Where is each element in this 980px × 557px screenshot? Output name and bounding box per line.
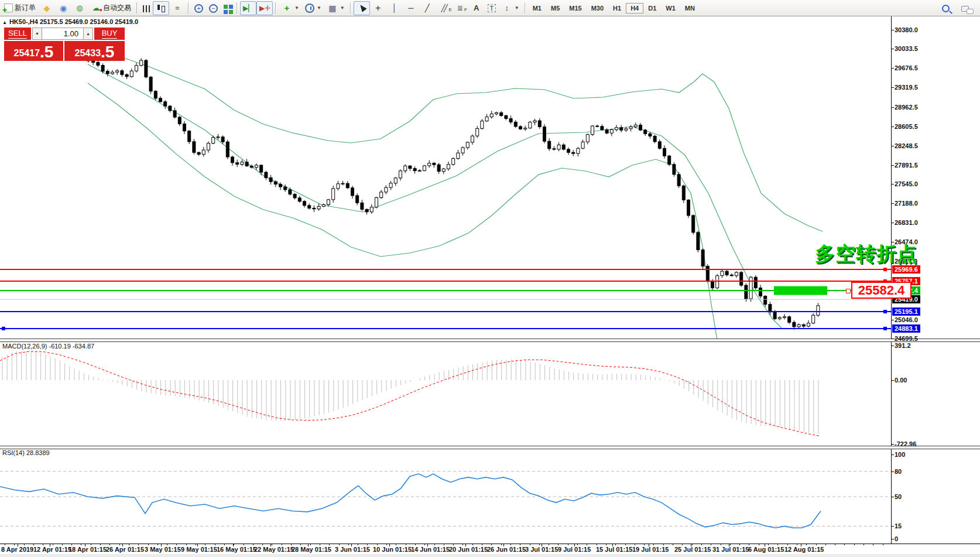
signals-button[interactable]: ◍ bbox=[71, 1, 88, 15]
candle-body bbox=[394, 178, 397, 183]
volume-value[interactable]: 1.00 bbox=[42, 28, 83, 40]
time-axis-tick bbox=[574, 544, 575, 546]
buy-price-main: 25433 bbox=[75, 47, 101, 60]
zoom-in-button[interactable]: + bbox=[191, 1, 206, 15]
time-axis-tick bbox=[197, 544, 198, 546]
price-axis-tick bbox=[891, 49, 894, 49]
channel-button[interactable]: ╱╱ bbox=[436, 1, 452, 15]
candle-body bbox=[250, 166, 253, 167]
volume-increase-button[interactable]: ▲ bbox=[83, 28, 93, 40]
rsi-axis-tick bbox=[891, 526, 894, 527]
candle-body bbox=[97, 62, 100, 65]
crosshair-button[interactable]: + bbox=[370, 1, 386, 15]
level-handle[interactable] bbox=[883, 268, 887, 271]
time-axis-minor-tick bbox=[14, 544, 15, 545]
candle-body bbox=[303, 201, 306, 206]
candle-body bbox=[322, 204, 325, 206]
candle-body bbox=[308, 206, 311, 209]
trade-panel-prices: 25417 .5 25433 .5 bbox=[4, 41, 125, 61]
new-order-button[interactable]: 新订单 bbox=[1, 1, 39, 15]
favorites-button[interactable]: ◆ bbox=[39, 1, 55, 15]
candle-body bbox=[706, 266, 709, 281]
fibonacci-button[interactable]: ≣ bbox=[452, 1, 468, 15]
timeframe-button-mn[interactable]: MN bbox=[680, 3, 700, 13]
level-handle[interactable] bbox=[2, 327, 5, 330]
panel-collapse-icon[interactable]: ▲ bbox=[2, 20, 7, 25]
time-axis-label: 8 Apr 2019 bbox=[1, 546, 33, 553]
candle-body bbox=[509, 118, 512, 122]
main-pane[interactable] bbox=[87, 46, 823, 340]
trendline-button[interactable]: ╱ bbox=[419, 1, 436, 15]
level-handle[interactable] bbox=[883, 310, 887, 313]
level-handle[interactable] bbox=[883, 327, 887, 330]
timeframe-button-m15[interactable]: M15 bbox=[564, 3, 586, 13]
buy-price[interactable]: 25433 .5 bbox=[64, 41, 125, 61]
macd-pane-separator[interactable] bbox=[0, 339, 980, 342]
sell-button[interactable]: SELL bbox=[4, 28, 31, 40]
time-axis-minor-tick bbox=[339, 544, 340, 545]
candle-body bbox=[802, 324, 805, 326]
timeframe-button-m5[interactable]: M5 bbox=[546, 3, 564, 13]
periods-button[interactable]: ▼ bbox=[302, 1, 324, 15]
auto-scroll-button[interactable]: ▶▏ bbox=[240, 1, 256, 15]
candle-body bbox=[236, 163, 239, 165]
time-axis-minor-tick bbox=[673, 544, 673, 545]
zoom-out-button[interactable]: − bbox=[206, 1, 221, 15]
time-axis-minor-tick bbox=[711, 544, 711, 545]
price-axis-label: 28248.5 bbox=[895, 142, 918, 149]
auto-trading-button[interactable]: ☁ 自动交易 bbox=[88, 1, 134, 15]
rsi-pane[interactable] bbox=[0, 471, 891, 528]
arrows-button[interactable]: ↕▼ bbox=[499, 1, 522, 15]
chat-button[interactable] bbox=[958, 1, 972, 15]
chart-plot[interactable] bbox=[0, 0, 980, 557]
time-axis-minor-tick bbox=[310, 544, 311, 545]
indicators-button[interactable]: +▼ bbox=[279, 1, 302, 15]
time-axis-minor-tick bbox=[462, 544, 463, 545]
horizontal-line-button[interactable]: ─ bbox=[403, 1, 419, 15]
cursor-button[interactable] bbox=[354, 1, 370, 15]
timeframe-button-m30[interactable]: M30 bbox=[587, 3, 608, 13]
tile-windows-button[interactable] bbox=[221, 1, 234, 15]
bollinger-middle-band bbox=[88, 64, 782, 328]
templates-button[interactable]: ▦▼ bbox=[324, 1, 348, 15]
chart-title-text: HK50-,H4 25175.5 25469.0 25146.0 25419.0 bbox=[9, 18, 138, 25]
time-axis-minor-tick bbox=[539, 544, 540, 545]
time-axis-label: 26 Jun 01:15 bbox=[487, 546, 526, 553]
callout-anchor-handle[interactable] bbox=[846, 289, 851, 293]
timeframe-button-h4[interactable]: H4 bbox=[626, 3, 643, 13]
macd-pane[interactable] bbox=[0, 351, 821, 436]
candlestick-button[interactable] bbox=[153, 1, 169, 15]
search-button[interactable] bbox=[939, 1, 952, 15]
buy-button[interactable]: BUY bbox=[94, 28, 125, 40]
line-chart-button[interactable]: ≈ bbox=[169, 1, 186, 15]
timeframe-button-d1[interactable]: D1 bbox=[643, 3, 661, 13]
price-level-badge[interactable]: 24883.1 bbox=[892, 324, 920, 333]
vertical-line-button[interactable]: │ bbox=[386, 1, 403, 15]
rsi-pane-separator[interactable] bbox=[0, 446, 980, 449]
publisher-button[interactable]: ◉ bbox=[55, 1, 71, 15]
candle-body bbox=[265, 172, 268, 177]
sell-price[interactable]: 25417 .5 bbox=[4, 41, 63, 61]
price-level-badge[interactable]: 25195.1 bbox=[892, 307, 920, 316]
time-axis-minor-tick bbox=[501, 544, 502, 545]
turning-point-annotation[interactable]: 多空转折点 bbox=[815, 241, 917, 268]
bar-chart-button[interactable] bbox=[140, 1, 153, 15]
timeframe-button-h1[interactable]: H1 bbox=[608, 3, 626, 13]
time-axis-minor-tick bbox=[33, 544, 34, 545]
chart-shift-button[interactable]: ▶✛ bbox=[256, 1, 273, 15]
green-highlight-rect[interactable] bbox=[774, 286, 827, 295]
time-axis-minor-tick bbox=[176, 544, 177, 545]
time-axis-label: 16 May 01:15 bbox=[217, 546, 256, 553]
time-axis-minor-tick bbox=[587, 544, 587, 545]
time-axis-minor-tick bbox=[721, 544, 721, 545]
price-level-callout[interactable]: 25582.4 bbox=[851, 282, 912, 299]
rsi-axis-tick bbox=[891, 539, 894, 539]
text-button[interactable]: A bbox=[468, 1, 485, 15]
price-axis-tick bbox=[891, 146, 894, 146]
timeframe-button-w1[interactable]: W1 bbox=[661, 3, 680, 13]
time-axis-minor-tick bbox=[558, 544, 558, 545]
volume-decrease-button[interactable]: ▼ bbox=[32, 28, 42, 40]
timeframe-button-m1[interactable]: M1 bbox=[528, 3, 546, 13]
text-label-button[interactable]: T bbox=[485, 1, 499, 15]
toolbar-separator bbox=[275, 2, 276, 14]
